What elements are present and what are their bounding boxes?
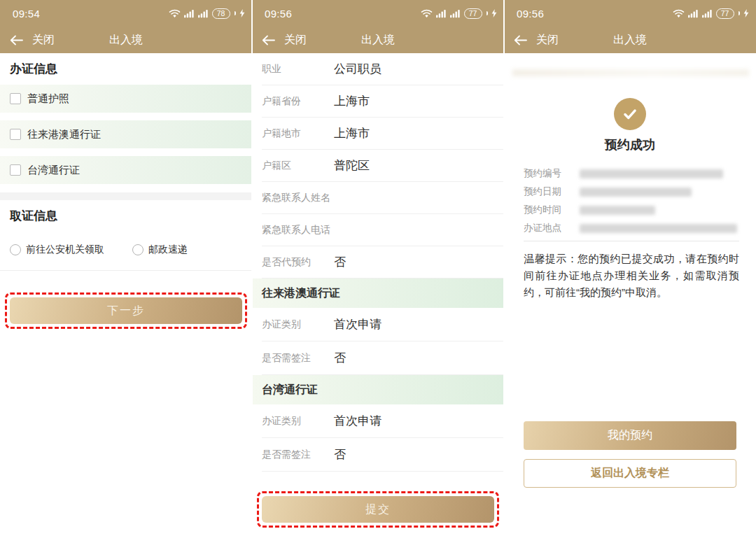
field-value: 普陀区 (334, 157, 370, 174)
battery-saver-icon (743, 9, 749, 17)
close-label: 关闭 (536, 33, 559, 48)
field-label: 户籍地市 (262, 127, 334, 140)
status-time: 09:56 (517, 8, 544, 20)
personal-info-group: 职业 公司职员 户籍省份 上海市 户籍地市 上海市 户籍区 普陀区 紧急联系人姓… (252, 53, 504, 278)
form-row-emergency-name[interactable]: 紧急联系人姓名 (262, 182, 504, 214)
close-label: 关闭 (284, 33, 307, 48)
checkbox-label: 往来港澳通行证 (27, 128, 101, 141)
status-bar: 09:56 77 (252, 0, 504, 27)
redacted-value (580, 224, 737, 233)
form-row-proxy-booking[interactable]: 是否代预约 否 (262, 246, 504, 278)
status-bar: 09:56 77 (504, 0, 756, 27)
checkbox-icon[interactable] (10, 129, 21, 140)
field-value: 否 (334, 350, 346, 366)
field-label: 是否代预约 (262, 256, 334, 269)
back-button[interactable]: 关闭 (514, 33, 559, 48)
form-row-occupation[interactable]: 职业 公司职员 (262, 53, 504, 85)
battery-saver-icon (239, 9, 245, 17)
section-divider-band (0, 192, 252, 200)
wifi-icon (421, 9, 433, 18)
status-icons: 77 (421, 8, 498, 19)
battery-percent: 77 (469, 10, 477, 17)
radio-option-postal-delivery[interactable]: 邮政速递 (132, 244, 188, 256)
nav-bar: 关闭 出入境 (0, 27, 252, 53)
booking-details: 预约编号 预约日期 预约时间 办证地点 (524, 164, 741, 237)
field-value: 首次申请 (334, 413, 382, 429)
field-label: 是否需签注 (262, 352, 334, 365)
section-header-taiwan: 台湾通行证 (252, 375, 504, 404)
screen-application-form: 09:54 78 关闭 出入境 办证信息 普通护照 往来港澳通行证 (0, 0, 252, 543)
detail-row-location: 办证地点 (524, 219, 741, 237)
field-label: 户籍区 (262, 160, 334, 172)
form-row-endorsement[interactable]: 是否需签注 否 (262, 438, 504, 472)
battery-icon: 78 (212, 8, 230, 19)
divider-line (524, 241, 739, 241)
field-value: 否 (334, 446, 346, 463)
annotation-highlight-box: 下一步 (5, 292, 247, 329)
return-to-column-button[interactable]: 返回出入境专栏 (524, 459, 736, 488)
divider-line (0, 270, 252, 271)
checkbox-label: 台湾通行证 (27, 164, 80, 177)
signal-icon (450, 9, 461, 18)
form-row-district[interactable]: 户籍区 普陀区 (262, 150, 504, 182)
back-button[interactable]: 关闭 (262, 33, 307, 48)
annotation-highlight-box: 提交 (257, 491, 499, 528)
detail-row-booking-date: 预约日期 (524, 183, 741, 201)
redacted-text-strip (512, 69, 749, 76)
checkbox-row-hk-macau-permit[interactable]: 往来港澳通行证 (0, 120, 252, 148)
radio-icon[interactable] (132, 244, 144, 255)
form-row-endorsement[interactable]: 是否需签注 否 (262, 341, 504, 375)
detail-label: 预约编号 (524, 167, 580, 180)
back-button[interactable]: 关闭 (10, 33, 55, 48)
form-row-application-type[interactable]: 办证类别 首次申请 (262, 308, 504, 341)
checkbox-row-taiwan-permit[interactable]: 台湾通行证 (0, 156, 252, 184)
screen-separator (503, 0, 505, 543)
field-value: 首次申请 (334, 316, 382, 332)
submit-button[interactable]: 提交 (262, 496, 494, 523)
form-row-city[interactable]: 户籍地市 上海市 (262, 118, 504, 150)
field-label: 职业 (262, 63, 334, 76)
wifi-icon (673, 9, 685, 18)
form-row-province[interactable]: 户籍省份 上海市 (262, 85, 504, 118)
checkbox-icon[interactable] (10, 93, 21, 104)
section-title-pickup: 取证信息 (10, 208, 242, 225)
radio-option-police-pickup[interactable]: 前往公安机关领取 (10, 244, 104, 256)
battery-nub (486, 11, 489, 15)
pickup-options: 前往公安机关领取 邮政速递 (10, 244, 242, 256)
nav-bar: 关闭 出入境 (504, 27, 756, 53)
form-row-emergency-phone[interactable]: 紧急联系人电话 (262, 214, 504, 246)
battery-icon: 77 (716, 8, 734, 19)
redacted-value (580, 188, 692, 197)
back-arrow-icon (10, 35, 23, 45)
triple-screenshot-canvas: 09:54 78 关闭 出入境 办证信息 普通护照 往来港澳通行证 (0, 0, 756, 543)
field-value: 上海市 (334, 93, 370, 109)
radio-icon[interactable] (10, 244, 21, 255)
battery-percent: 78 (217, 10, 225, 17)
my-bookings-button[interactable]: 我的预约 (524, 421, 736, 450)
back-arrow-icon (262, 35, 275, 45)
detail-label: 预约时间 (524, 204, 580, 216)
radio-label: 邮政速递 (148, 244, 188, 256)
signal-icon (702, 9, 713, 18)
form-row-application-type[interactable]: 办证类别 首次申请 (262, 404, 504, 438)
checkbox-row-passport[interactable]: 普通护照 (0, 85, 252, 113)
detail-label: 办证地点 (524, 222, 580, 234)
status-icons: 78 (169, 8, 246, 19)
field-label: 办证类别 (262, 415, 334, 428)
redacted-value (580, 169, 723, 178)
status-time: 09:56 (265, 8, 292, 20)
checkbox-label: 普通护照 (27, 92, 69, 106)
checkbox-icon[interactable] (10, 164, 21, 176)
field-label: 紧急联系人电话 (262, 224, 334, 237)
signal-icon (198, 9, 209, 18)
screen-separator (251, 0, 253, 543)
detail-row-booking-number: 预约编号 (524, 164, 741, 183)
reminder-text: 温馨提示：您的预约已提交成功，请在预约时间前往办证地点办理相关业务，如需取消预约… (524, 251, 739, 301)
hk-macau-group: 办证类别 首次申请 是否需签注 否 (252, 308, 504, 375)
status-bar: 09:54 78 (0, 0, 252, 27)
screen-booking-success: 09:56 77 关闭 出入境 预约成功 预约编号 (504, 0, 756, 543)
success-title: 预约成功 (504, 136, 756, 153)
battery-saver-icon (491, 9, 497, 17)
next-step-button[interactable]: 下一步 (10, 297, 242, 324)
redacted-value (580, 206, 655, 215)
